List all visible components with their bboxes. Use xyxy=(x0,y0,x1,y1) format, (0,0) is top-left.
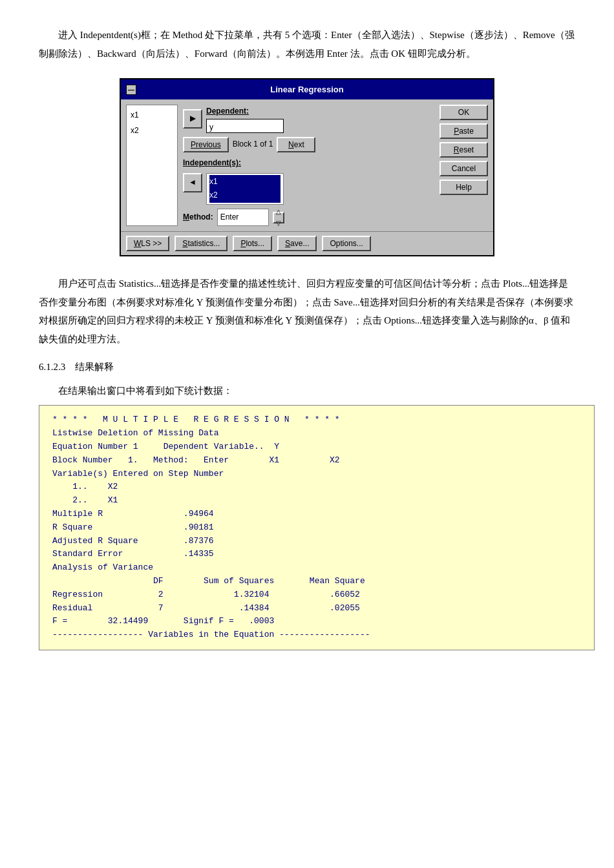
plots-button[interactable]: Plots... xyxy=(233,236,272,251)
indep-arrow-button[interactable]: ◄ xyxy=(183,173,202,192)
cancel-button[interactable]: Cancel xyxy=(439,161,488,176)
independent-label: Independent(s): xyxy=(183,156,434,170)
output-line: DF Sum of Squares Mean Square xyxy=(52,575,581,588)
output-line: ------------------ Variables in the Equa… xyxy=(52,628,581,642)
dialog-title: Linear Regression xyxy=(270,82,343,97)
dialog-title-bar: — Linear Regression xyxy=(121,79,493,99)
linear-regression-dialog: — Linear Regression x1 x2 ▶ Dependent: y xyxy=(120,78,494,256)
variable-list[interactable]: x1 x2 xyxy=(126,105,178,226)
block-row: Previous Block 1 of 1 Next xyxy=(183,137,434,152)
next-button[interactable]: Next xyxy=(277,137,315,152)
output-line: Multiple R .94964 xyxy=(52,508,581,521)
middle-text: 用户还可点击 Statistics...钮选择是否作变量的描述性统计、回归方程应… xyxy=(39,274,575,348)
dependent-input[interactable]: y xyxy=(206,119,284,133)
paste-button[interactable]: Paste xyxy=(439,123,488,139)
dialog-right-buttons: OK Paste Reset Cancel Help xyxy=(439,105,488,226)
output-line: Block Number 1. Method: Enter X1 X2 xyxy=(52,454,581,468)
output-line: * * * * M U L T I P L E R E G R E S S I … xyxy=(52,413,581,427)
dialog-center: ▶ Dependent: y Previous Block 1 of 1 Nex… xyxy=(183,105,434,226)
block-label: Block 1 of 1 xyxy=(233,138,273,152)
independent-box[interactable]: x1 x2 xyxy=(206,173,284,205)
method-select[interactable]: Enter xyxy=(217,209,269,227)
sub-heading: 在结果输出窗口中将看到如下统计数据： xyxy=(39,382,575,400)
method-row: Method: Enter △▽ xyxy=(183,209,434,227)
independent-row: ◄ x1 x2 xyxy=(183,173,434,205)
output-box: * * * * M U L T I P L E R E G R E S S I … xyxy=(39,405,595,650)
output-line: Standard Error .14335 xyxy=(52,548,581,561)
reset-button[interactable]: Reset xyxy=(439,142,488,158)
indep-var-x1[interactable]: x1 xyxy=(209,175,281,189)
section-heading: 6.1.2.3 结果解释 xyxy=(39,358,575,376)
indep-var-x2[interactable]: x2 xyxy=(209,189,281,203)
output-line: R Square .90181 xyxy=(52,521,581,535)
dep-arrow-button[interactable]: ▶ xyxy=(183,109,202,129)
output-line: 1.. X2 xyxy=(52,480,581,494)
output-line: Equation Number 1 Dependent Variable.. Y xyxy=(52,440,581,454)
previous-button[interactable]: Previous xyxy=(183,137,229,152)
statistics-button[interactable]: Statistics... xyxy=(175,236,228,251)
output-line: 2.. X1 xyxy=(52,494,581,508)
output-line: Variable(s) Entered on Step Number xyxy=(52,468,581,481)
intro-paragraph: 进入 Indepentdent(s)框；在 Method 处下拉菜单，共有 5 … xyxy=(39,26,575,63)
dependent-label: Dependent: xyxy=(206,105,284,119)
options-button[interactable]: Options... xyxy=(322,236,370,251)
output-line: Regression 2 1.32104 .66052 xyxy=(52,588,581,602)
save-button[interactable]: Save... xyxy=(277,236,317,251)
wls-button[interactable]: WLS >> xyxy=(126,236,169,251)
method-arrow[interactable]: △▽ xyxy=(273,212,284,223)
output-line: Analysis of Variance xyxy=(52,561,581,575)
output-line: Listwise Deletion of Missing Data xyxy=(52,427,581,440)
output-line: Adjusted R Square .87376 xyxy=(52,535,581,548)
dialog-icon: — xyxy=(126,85,136,95)
dependent-row: ▶ Dependent: y xyxy=(183,105,434,133)
independent-section: Independent(s): ◄ x1 x2 xyxy=(183,156,434,205)
ok-button[interactable]: OK xyxy=(439,105,488,120)
dialog-bottom: WLS >> Statistics... Plots... Save... Op… xyxy=(121,231,493,255)
var-x2[interactable]: x2 xyxy=(129,123,175,139)
help-button[interactable]: Help xyxy=(439,180,488,195)
var-x1[interactable]: x1 xyxy=(129,108,175,123)
output-line: F = 32.14499 Signif F = .0003 xyxy=(52,615,581,628)
output-line: Residual 7 .14384 .02055 xyxy=(52,602,581,615)
method-label: Method: xyxy=(183,211,213,225)
